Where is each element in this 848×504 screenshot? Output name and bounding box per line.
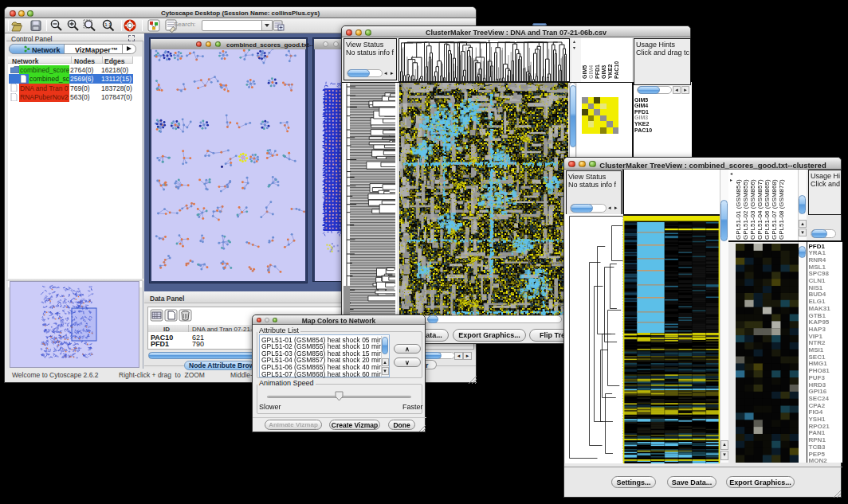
svg-text:1:1: 1:1 — [104, 22, 112, 27]
